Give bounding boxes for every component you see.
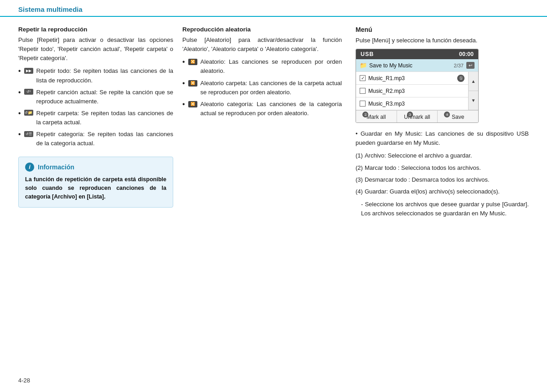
list-item: • 🔀 Aleatorio categoría: Las canciones d… <box>182 100 342 118</box>
usb-time: 00:00 <box>459 51 474 57</box>
folder-icon: 📁 <box>360 62 367 69</box>
menu-body: Pulse [Menú] y seleccione la función des… <box>356 36 529 45</box>
section-aleatorio-heading: Reproducción aleatoria <box>182 26 342 33</box>
repeat-all-text: Repetir todo: Se repiten todas las canci… <box>36 66 173 85</box>
usb-footer: ② Mark all ③ Unmark all ④ Save <box>356 110 478 122</box>
info-box-text: La función de repetición de carpeta está… <box>25 175 166 202</box>
list-item: • ↺📁 Repetir carpeta: Se repiten todas l… <box>18 109 173 127</box>
usb-back-button[interactable]: ↩ <box>466 62 475 69</box>
col-middle: Reproducción aleatoria Pulse [Aleatorio]… <box>182 26 351 381</box>
usb-rows-main: Music_R1.mp3 ① Music_R2.mp3 Music_R3.mp3 <box>356 72 468 110</box>
list-item: • ↺☰ Repetir categoría: Se repiten todas… <box>18 130 173 148</box>
num-label-3: (3) <box>356 175 363 184</box>
item-1-text: Archivo: Seleccione el archivo a guardar… <box>365 151 472 160</box>
aleatorio-text: Aleatorio: Las canciones se reproducen p… <box>201 57 342 76</box>
list-item: • ▶▶ Repetir todo: Se repiten todas las … <box>18 66 173 85</box>
page-number: 4-28 <box>18 377 30 384</box>
repeat-one-text: Repetir canción actual: Se repite la can… <box>36 88 173 106</box>
sub-item-text: - Seleccione los archivos que desee guar… <box>361 200 529 218</box>
list-item: (4) Guardar: Guarda el(los) archivo(s) s… <box>356 187 529 196</box>
info-heading: Información <box>38 163 74 171</box>
item-3-text: Desmarcar todo : Desmarca todos los arch… <box>365 175 490 184</box>
menu-heading: Menú <box>356 26 529 33</box>
page-header: Sistema multimedia <box>0 0 547 17</box>
bullet-dot: • <box>18 88 21 97</box>
music-r1-row[interactable]: Music_R1.mp3 ① <box>356 72 468 85</box>
bullet-dot: • <box>18 130 21 139</box>
col-left: Repetir la reproducción Pulse [Repetir] … <box>18 26 182 381</box>
list-item: (1) Archivo: Seleccione el archivo a gua… <box>356 151 529 160</box>
scroll-down-button[interactable]: ▼ <box>469 91 478 110</box>
usb-scroll-col: ▲ ▼ <box>468 72 478 110</box>
usb-header: USB 00:00 <box>356 49 478 59</box>
scroll-up-button[interactable]: ▲ <box>469 72 478 91</box>
bullet-dot: • <box>182 79 185 88</box>
bullet-dot: • <box>18 109 21 118</box>
repeat-cat-text: Repetir categoría: Se repiten todas las … <box>36 130 173 148</box>
save-to-music-label: Save to My Music <box>369 62 454 69</box>
mark-all-button[interactable]: ② Mark all <box>356 111 397 122</box>
item-2-text: Marcar todo : Selecciona todos los archi… <box>365 163 481 173</box>
aleatorio-icon: 🔀 <box>188 58 198 65</box>
usb-bullet-main: • Guardar en My Music: Las canciones de … <box>356 129 529 148</box>
music-r1-label: Music_R1.mp3 <box>368 75 455 81</box>
col-right: Menú Pulse [Menú] y seleccione la funció… <box>351 26 529 381</box>
list-item: (3) Desmarcar todo : Desmarca todos los … <box>356 175 529 184</box>
num-label-4: (4) <box>356 187 363 196</box>
save-to-music-row[interactable]: 📁 Save to My Music 2/37 ↩ <box>356 59 478 72</box>
aleatorio-folder-icon: 🔀 <box>188 80 198 86</box>
list-item: • 🔀 Aleatorio carpeta: Las canciones de … <box>182 79 342 97</box>
save-button[interactable]: ④ Save <box>438 111 478 122</box>
unmark-all-button[interactable]: ③ Unmark all <box>397 111 438 122</box>
music-r3-label: Music_R3.mp3 <box>368 101 464 107</box>
aleatorio-folder-text: Aleatorio carpeta: Las canciones de la c… <box>201 79 342 97</box>
page-title: Sistema multimedia <box>18 5 83 16</box>
save-counter: 2/37 <box>454 63 464 68</box>
music-r2-checkbox[interactable] <box>360 88 366 94</box>
bullet-dot: • <box>18 66 21 76</box>
aleatorio-cat-text: Aleatorio categoría: Las canciones de la… <box>201 100 342 118</box>
repeat-bullets: • ▶▶ Repetir todo: Se repiten todas las … <box>18 66 173 148</box>
num-label-1: (1) <box>356 151 363 160</box>
numbered-list: (1) Archivo: Seleccione el archivo a gua… <box>356 151 529 196</box>
main-content: Repetir la reproducción Pulse [Repetir] … <box>0 17 547 390</box>
repeat-all-icon: ▶▶ <box>24 67 34 74</box>
section-repeat-heading: Repetir la reproducción <box>18 26 173 33</box>
music-r2-label: Music_R2.mp3 <box>368 88 464 94</box>
repeat-folder-text: Repetir carpeta: Se repiten todas las ca… <box>36 109 173 127</box>
info-icon: i <box>25 163 34 172</box>
usb-title: USB <box>361 51 374 57</box>
music-r1-checkbox[interactable] <box>360 75 366 81</box>
item-4-text: Guardar: Guarda el(los) archivo(s) selec… <box>365 187 500 196</box>
num-label-2: (2) <box>356 163 363 173</box>
music-r3-checkbox[interactable] <box>360 101 366 107</box>
repeat-folder-icon: ↺📁 <box>24 110 34 116</box>
list-item: • 🔀 Aleatorio: Las canciones se reproduc… <box>182 57 342 76</box>
repeat-one-icon: ↺¹ <box>24 89 34 95</box>
info-box: i Información La función de repetición d… <box>18 157 173 208</box>
music-r3-row[interactable]: Music_R3.mp3 <box>356 97 468 110</box>
section-repeat-body: Pulse [Repetir] para activar o desactiva… <box>18 36 173 63</box>
bullet-dot: • <box>182 100 185 109</box>
repeat-cat-icon: ↺☰ <box>24 131 34 137</box>
info-box-header: i Información <box>25 163 166 172</box>
bullet-dot: • <box>182 57 185 67</box>
usb-interface: USB 00:00 📁 Save to My Music 2/37 ↩ Musi… <box>356 49 479 123</box>
badge-1: ① <box>457 75 464 82</box>
music-r2-row[interactable]: Music_R2.mp3 <box>356 85 468 97</box>
list-item: • ↺¹ Repetir canción actual: Se repite l… <box>18 88 173 106</box>
aleatorio-cat-icon: 🔀 <box>188 101 198 107</box>
aleatorio-bullets: • 🔀 Aleatorio: Las canciones se reproduc… <box>182 57 342 118</box>
usb-file-rows: Music_R1.mp3 ① Music_R2.mp3 Music_R3.mp3 <box>356 72 478 110</box>
list-item: (2) Marcar todo : Selecciona todos los a… <box>356 163 529 173</box>
section-aleatorio-body: Pulse [Aleatorio] para activar/desactiva… <box>182 36 342 54</box>
